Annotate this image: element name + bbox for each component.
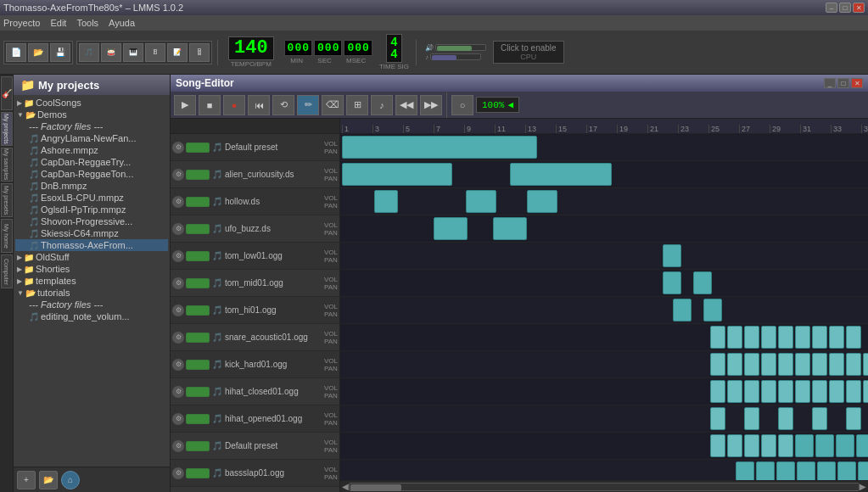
tree-item-oldstuff[interactable]: ▶ 📁 OldStuff xyxy=(15,251,168,263)
track-lane-0[interactable] xyxy=(340,134,868,161)
block-9-5[interactable] xyxy=(795,380,810,403)
track-name-12[interactable]: bassslap01.ogg xyxy=(225,468,322,478)
my-presets-tab[interactable]: My presets xyxy=(1,183,13,217)
track-gear-8[interactable]: ⚙ xyxy=(172,359,184,371)
block-4-0[interactable] xyxy=(663,244,681,267)
block-1-1[interactable] xyxy=(510,163,612,186)
block-7-4[interactable] xyxy=(778,326,793,349)
track-instrument-8[interactable]: 🎵 xyxy=(211,359,223,371)
block-5-1[interactable] xyxy=(693,271,712,294)
tree-item-ashore[interactable]: 🎵 Ashore.mmpz xyxy=(15,144,168,156)
block-2-2[interactable] xyxy=(527,190,557,213)
track-instrument-2[interactable]: 🎵 xyxy=(211,196,223,208)
tree-item-editing[interactable]: 🎵 editing_note_volum... xyxy=(15,310,168,322)
track-name-7[interactable]: snare_acoustic01.ogg xyxy=(225,333,322,342)
block-8-3[interactable] xyxy=(761,353,776,376)
block-7-1[interactable] xyxy=(727,326,742,349)
tree-item-oglsdl[interactable]: 🎵 OglsdI-PpTrip.mmpz xyxy=(15,204,168,215)
beat-editor-btn[interactable]: 🥁 xyxy=(101,43,121,62)
track-instrument-5[interactable]: 🎵 xyxy=(211,277,223,289)
track-mute-6[interactable] xyxy=(186,305,210,316)
track-mute-11[interactable] xyxy=(186,441,210,451)
block-9-6[interactable] xyxy=(812,380,827,403)
fx-mixer-btn[interactable]: 🎚 xyxy=(145,43,165,62)
track-name-5[interactable]: tom_mid01.ogg xyxy=(225,278,322,288)
record-button[interactable]: ● xyxy=(223,95,245,115)
block-8-8[interactable] xyxy=(846,353,861,376)
block-7-6[interactable] xyxy=(812,326,827,349)
my-projects-tab[interactable]: My projects xyxy=(1,112,13,146)
track-mute-4[interactable] xyxy=(186,251,210,261)
block-9-8[interactable] xyxy=(846,380,861,403)
block-5-0[interactable] xyxy=(663,271,681,294)
block-10-4[interactable] xyxy=(846,407,861,430)
master-vol-slider[interactable] xyxy=(435,44,486,51)
block-7-7[interactable] xyxy=(829,326,844,349)
tree-item-tutorials[interactable]: ▼ 📂 tutorials xyxy=(15,287,168,299)
track-lane-9[interactable] xyxy=(340,378,868,405)
cpu-display[interactable]: Click to enable CPU xyxy=(493,41,564,64)
next-button[interactable]: ▶▶ xyxy=(420,95,442,115)
menu-edit[interactable]: Edit xyxy=(50,18,66,28)
scroll-right-btn[interactable]: ▶ xyxy=(860,482,866,491)
new-project-btn[interactable]: + xyxy=(17,471,36,489)
track-gear-1[interactable]: ⚙ xyxy=(172,169,184,181)
block-11-4[interactable] xyxy=(778,434,793,457)
draw-button[interactable]: ✏ xyxy=(297,95,319,115)
projects-tree[interactable]: ▶ 📁 CoolSongs ▼ 📂 Demos --- Factory file… xyxy=(14,95,170,467)
track-mute-7[interactable] xyxy=(186,333,210,343)
my-home-tab[interactable]: My home xyxy=(1,219,13,253)
track-lane-1[interactable] xyxy=(340,161,868,188)
track-gear-6[interactable]: ⚙ xyxy=(172,305,184,316)
track-instrument-6[interactable]: 🎵 xyxy=(211,305,223,316)
open-project-btn[interactable]: 📂 xyxy=(39,471,58,489)
scroll-left-btn[interactable]: ◀ xyxy=(342,482,349,491)
track-name-8[interactable]: kick_hard01.ogg xyxy=(225,360,322,369)
tracks-content[interactable] xyxy=(340,134,868,480)
block-9-7[interactable] xyxy=(829,380,844,403)
controllers-btn[interactable]: 🎛 xyxy=(189,43,210,62)
new-button[interactable]: 📄 xyxy=(6,43,26,62)
computer-tab[interactable]: Computer xyxy=(1,254,13,288)
block-8-9[interactable] xyxy=(863,353,868,376)
track-lane-12[interactable] xyxy=(340,460,868,480)
tree-item-capdan2[interactable]: 🎵 CapDan-ReggaeTon... xyxy=(15,168,168,180)
block-11-1[interactable] xyxy=(727,434,742,457)
project-notes-btn[interactable]: 📝 xyxy=(167,43,188,62)
block-8-4[interactable] xyxy=(778,353,793,376)
track-lane-6[interactable] xyxy=(340,297,868,324)
block-7-2[interactable] xyxy=(744,326,759,349)
track-instrument-7[interactable]: 🎵 xyxy=(211,332,223,344)
block-9-1[interactable] xyxy=(727,380,742,403)
se-maximize-btn[interactable]: □ xyxy=(837,78,849,88)
track-mute-0[interactable] xyxy=(186,143,210,153)
home-btn[interactable]: ⌂ xyxy=(61,471,80,489)
track-gear-0[interactable]: ⚙ xyxy=(172,142,184,154)
track-mute-12[interactable] xyxy=(186,468,210,478)
save-button[interactable]: 💾 xyxy=(50,43,70,62)
track-name-2[interactable]: hollow.ds xyxy=(225,197,322,206)
track-mute-8[interactable] xyxy=(186,360,210,370)
block-9-3[interactable] xyxy=(761,380,776,403)
block-11-6[interactable] xyxy=(815,434,834,457)
block-8-7[interactable] xyxy=(829,353,844,376)
timeline-mode-btn[interactable]: ○ xyxy=(451,95,473,115)
menu-ayuda[interactable]: Ayuda xyxy=(109,18,135,28)
prev-button[interactable]: ◀◀ xyxy=(395,95,417,115)
track-name-4[interactable]: tom_low01.ogg xyxy=(225,251,322,260)
close-button[interactable]: ✕ xyxy=(853,3,865,13)
block-11-5[interactable] xyxy=(795,434,814,457)
track-lane-11[interactable] xyxy=(340,433,868,460)
track-instrument-12[interactable]: 🎵 xyxy=(211,467,223,479)
block-3-1[interactable] xyxy=(493,217,527,240)
menu-tools[interactable]: Tools xyxy=(76,18,98,28)
track-instrument-3[interactable]: 🎵 xyxy=(211,223,223,235)
block-8-2[interactable] xyxy=(744,353,759,376)
block-12-0[interactable] xyxy=(736,461,754,480)
minimize-button[interactable]: – xyxy=(826,3,837,13)
tree-item-shorties[interactable]: ▶ 📁 Shorties xyxy=(15,263,168,275)
master-pitch-slider[interactable] xyxy=(430,53,481,60)
tree-item-angryllama[interactable]: 🎵 AngryLlama-NewFan... xyxy=(15,132,168,144)
block-7-3[interactable] xyxy=(761,326,776,349)
loop-button[interactable]: ⟲ xyxy=(272,95,294,115)
